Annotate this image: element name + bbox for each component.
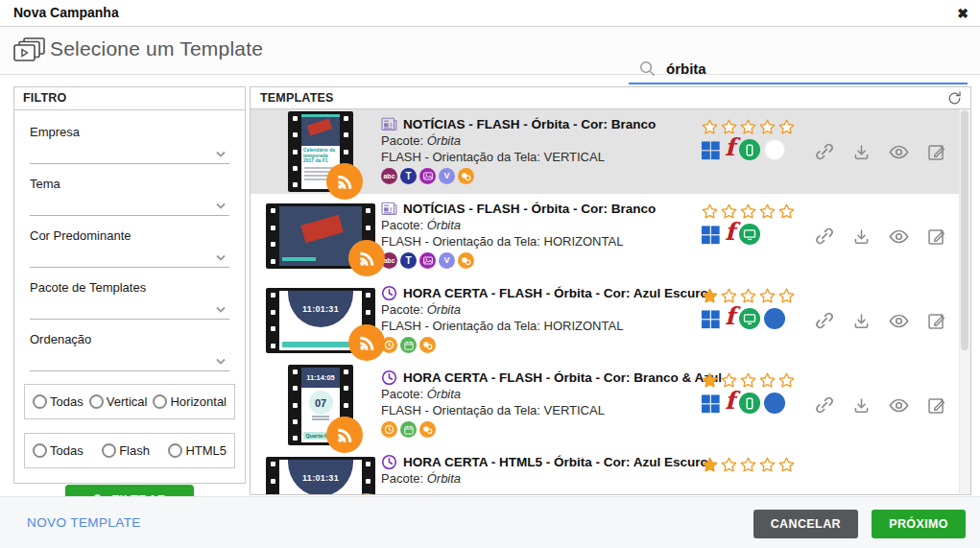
template-thumbnail[interactable]: 11:01:31 bbox=[266, 288, 375, 353]
star-rating[interactable] bbox=[701, 371, 814, 390]
star-icon[interactable] bbox=[701, 456, 719, 474]
download-icon[interactable] bbox=[851, 226, 872, 247]
empresa-select[interactable] bbox=[30, 139, 229, 164]
radio-circle[interactable] bbox=[153, 394, 167, 409]
template-row[interactable]: 11:14:0507Quarta-feiraHORA CERTA - FLASH… bbox=[251, 363, 960, 447]
edit-icon[interactable] bbox=[926, 226, 946, 247]
radio-orientation-todas[interactable]: Todas bbox=[33, 394, 84, 409]
radio-type-html5[interactable]: HTML5 bbox=[168, 443, 227, 458]
template-thumbnail[interactable]: Calendário da temporada 2017 da F1 bbox=[288, 111, 353, 192]
close-icon[interactable]: ✖ bbox=[955, 4, 970, 23]
template-row[interactable]: NOTÍCIAS - FLASH - Órbita - Cor: BrancoP… bbox=[251, 194, 960, 278]
chevron-down-icon bbox=[214, 304, 227, 316]
refresh-icon[interactable] bbox=[946, 90, 963, 107]
edit-icon[interactable] bbox=[926, 142, 946, 162]
radio-label: Todas bbox=[50, 394, 84, 409]
star-rating[interactable] bbox=[701, 203, 814, 221]
radio-type-flash[interactable]: Flash bbox=[102, 443, 150, 458]
download-icon[interactable] bbox=[851, 395, 872, 416]
film-holes bbox=[269, 460, 277, 494]
templates-scrollbar[interactable] bbox=[959, 109, 970, 494]
social-badge-icon bbox=[419, 421, 436, 438]
thumbnail-clock-time: 11:01:31 bbox=[302, 473, 339, 483]
cor-predominante-select[interactable] bbox=[30, 243, 229, 268]
vector-badge-icon: V bbox=[439, 252, 455, 269]
template-row[interactable]: 11:01:31HORA CERTA - HTML5 - Órbita - Co… bbox=[251, 447, 960, 494]
link-icon[interactable] bbox=[814, 310, 835, 331]
star-icon[interactable] bbox=[739, 118, 757, 136]
image-badge-icon bbox=[419, 252, 436, 269]
radio-type-todas[interactable]: Todas bbox=[33, 443, 84, 458]
star-icon[interactable] bbox=[758, 118, 777, 136]
thumbnail-cell: 11:01:31 bbox=[260, 447, 381, 494]
preview-icon[interactable] bbox=[888, 394, 910, 417]
radio-circle[interactable] bbox=[33, 443, 47, 458]
film-holes bbox=[269, 206, 277, 266]
preview-icon[interactable] bbox=[888, 310, 910, 332]
windows-icon bbox=[701, 140, 721, 160]
star-icon[interactable] bbox=[777, 371, 796, 390]
star-icon[interactable] bbox=[739, 287, 757, 305]
link-icon[interactable] bbox=[814, 394, 835, 416]
new-template-link[interactable]: NOVO TEMPLATE bbox=[27, 515, 141, 530]
star-icon[interactable] bbox=[758, 203, 777, 221]
star-icon[interactable] bbox=[758, 371, 777, 390]
radio-orientation-vertical[interactable]: Vertical bbox=[89, 394, 148, 409]
star-icon[interactable] bbox=[739, 371, 757, 390]
templates-panel-title: TEMPLATES bbox=[260, 91, 334, 105]
star-icon[interactable] bbox=[758, 456, 777, 474]
link-icon[interactable] bbox=[814, 141, 835, 162]
template-thumbnail[interactable]: 11:01:31 bbox=[266, 457, 375, 494]
star-icon[interactable] bbox=[720, 456, 738, 474]
rss-badge-icon bbox=[326, 163, 363, 200]
preview-icon[interactable] bbox=[888, 141, 910, 163]
star-icon[interactable] bbox=[739, 456, 757, 474]
star-icon[interactable] bbox=[739, 203, 757, 221]
scrollbar-thumb[interactable] bbox=[961, 110, 968, 350]
template-package: Pacote: Órbita bbox=[381, 386, 701, 402]
star-icon[interactable] bbox=[777, 203, 796, 221]
star-icon[interactable] bbox=[777, 287, 796, 305]
link-icon[interactable] bbox=[814, 226, 835, 247]
template-actions bbox=[814, 310, 954, 332]
radio-circle[interactable] bbox=[89, 394, 104, 409]
tema-select[interactable] bbox=[30, 191, 229, 216]
ordenacao-select[interactable] bbox=[30, 346, 229, 371]
flash-icon: f bbox=[725, 307, 735, 326]
radio-orientation-horizontal[interactable]: Horizontal bbox=[153, 394, 227, 409]
radio-circle[interactable] bbox=[102, 443, 116, 458]
thumbnail-cell: 11:14:0507Quarta-feira bbox=[260, 363, 381, 447]
star-icon[interactable] bbox=[758, 287, 777, 305]
preview-icon[interactable] bbox=[888, 226, 910, 248]
star-rating[interactable] bbox=[701, 456, 814, 474]
radio-circle[interactable] bbox=[168, 443, 182, 458]
star-icon[interactable] bbox=[777, 118, 796, 136]
star-icon[interactable] bbox=[701, 203, 719, 221]
star-icon[interactable] bbox=[701, 287, 719, 305]
download-icon[interactable] bbox=[851, 311, 872, 331]
edit-icon[interactable] bbox=[926, 311, 946, 331]
chevron-down-icon bbox=[214, 356, 227, 368]
thumbnail-day: 07 bbox=[309, 391, 333, 415]
edit-icon[interactable] bbox=[926, 395, 946, 416]
star-rating[interactable] bbox=[701, 287, 814, 305]
star-icon[interactable] bbox=[777, 456, 796, 474]
clock-icon bbox=[381, 369, 397, 386]
template-details: FLASH - Orientação da Tela: VERTICAL bbox=[381, 402, 701, 418]
next-button[interactable]: PRÓXIMO bbox=[872, 510, 966, 538]
template-row[interactable]: 11:01:31HORA CERTA - FLASH - Órbita - Co… bbox=[251, 278, 960, 363]
star-icon[interactable] bbox=[701, 118, 719, 136]
template-thumbnail[interactable] bbox=[266, 203, 375, 269]
download-icon[interactable] bbox=[851, 142, 872, 162]
radio-circle[interactable] bbox=[33, 394, 47, 409]
template-thumbnail[interactable]: 11:14:0507Quarta-feira bbox=[288, 365, 353, 445]
thumbnail-cell bbox=[260, 194, 381, 278]
calendar-badge-icon bbox=[400, 421, 417, 438]
template-row[interactable]: Calendário da temporada 2017 da F1NOTÍCI… bbox=[251, 109, 960, 194]
star-rating[interactable] bbox=[701, 118, 814, 136]
search-input[interactable] bbox=[664, 60, 968, 78]
pacote-templates-select[interactable] bbox=[30, 295, 229, 320]
star-icon[interactable] bbox=[701, 371, 719, 390]
color-dot bbox=[764, 139, 785, 160]
cancel-button[interactable]: CANCELAR bbox=[753, 510, 858, 538]
